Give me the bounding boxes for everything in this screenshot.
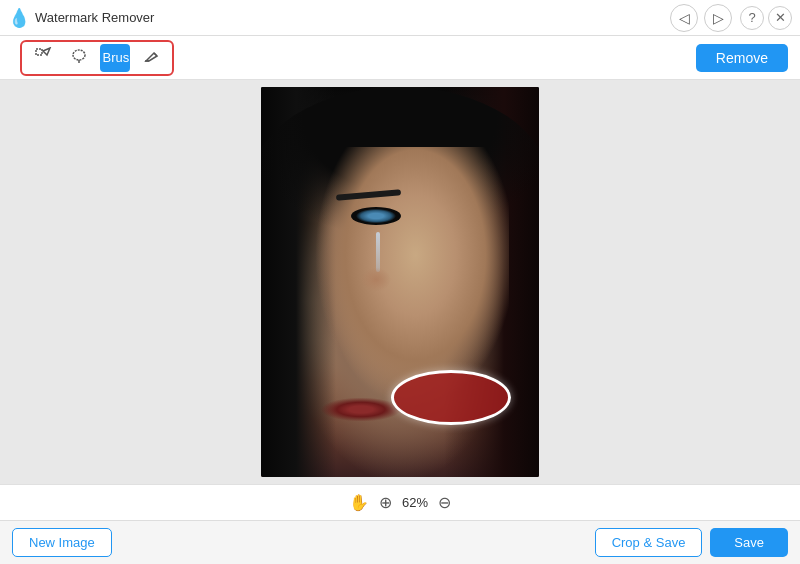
image-container — [261, 87, 539, 477]
window-controls: ? ✕ — [740, 6, 792, 30]
app-title: Watermark Remover — [35, 10, 670, 25]
tear — [376, 232, 380, 272]
svg-point-0 — [73, 50, 85, 60]
zoom-in-icon: ⊕ — [379, 493, 392, 512]
forward-icon: ▷ — [713, 10, 724, 26]
footer: New Image Crop & Save Save — [0, 520, 800, 564]
watermark-selection — [391, 370, 511, 425]
zoom-out-icon: ⊖ — [438, 493, 451, 512]
back-button[interactable]: ◁ — [670, 4, 698, 32]
app-icon: 💧 — [8, 7, 30, 29]
tool-group: Brush ▾ — [20, 40, 174, 76]
eye-area — [341, 207, 431, 237]
zoom-out-button[interactable]: ⊖ — [438, 493, 451, 512]
eraser-icon — [142, 47, 160, 69]
close-icon: ✕ — [775, 10, 786, 25]
zoom-bar: ✋ ⊕ 62% ⊖ — [0, 484, 800, 520]
nose — [361, 267, 391, 292]
remove-button[interactable]: Remove — [696, 44, 788, 72]
help-icon: ? — [748, 10, 755, 25]
eraser-tool-button[interactable] — [136, 44, 166, 72]
crop-save-button[interactable]: Crop & Save — [595, 528, 703, 557]
nav-controls: ◁ ▷ — [670, 4, 732, 32]
eye — [351, 207, 401, 225]
new-image-button[interactable]: New Image — [12, 528, 112, 557]
brush-icon — [85, 49, 99, 66]
marquee-icon — [34, 47, 52, 69]
pan-tool-icon[interactable]: ✋ — [349, 493, 369, 512]
footer-right: Crop & Save Save — [595, 528, 788, 557]
marquee-tool-button[interactable] — [28, 44, 58, 72]
close-button[interactable]: ✕ — [768, 6, 792, 30]
titlebar: 💧 Watermark Remover ◁ ▷ ? ✕ — [0, 0, 800, 36]
brush-tool-button[interactable]: Brush ▾ — [100, 44, 130, 72]
toolbar: Brush ▾ Remove — [0, 36, 800, 80]
zoom-in-button[interactable]: ⊕ — [379, 493, 392, 512]
canvas-area — [0, 80, 800, 484]
zoom-level: 62% — [402, 495, 428, 510]
save-button[interactable]: Save — [710, 528, 788, 557]
back-icon: ◁ — [679, 10, 690, 26]
main-image — [261, 87, 539, 477]
forward-button[interactable]: ▷ — [704, 4, 732, 32]
lips — [321, 397, 401, 422]
help-button[interactable]: ? — [740, 6, 764, 30]
